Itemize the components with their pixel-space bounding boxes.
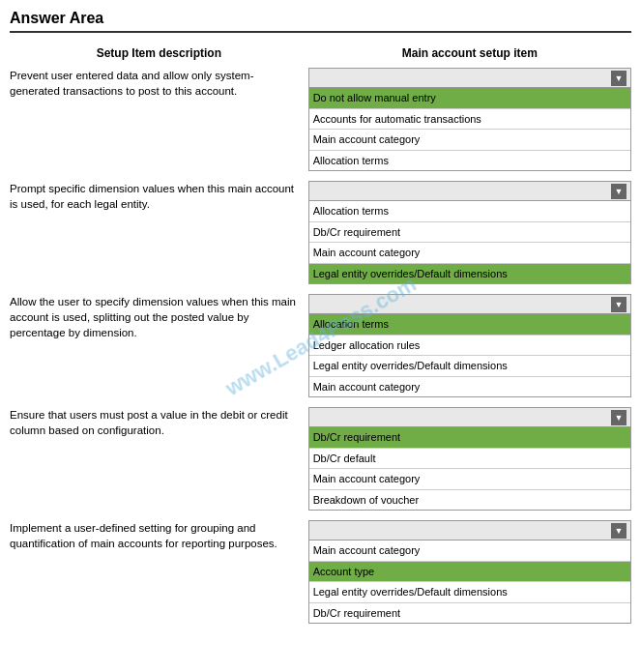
dropdown-arrow-3[interactable]: ▼ [611,297,626,312]
answer-area: Setup Item description Main account setu… [10,46,631,624]
dropdown-2[interactable]: ▼Allocation termsDb/Cr requirementMain a… [308,181,631,284]
question-4: Ensure that users must post a value in t… [10,407,308,438]
option-1-2[interactable]: Accounts for automatic transactions [309,109,630,131]
dropdown-arrow-2[interactable]: ▼ [611,184,626,199]
qa-row-3: Allow the user to specify dimension valu… [10,294,631,397]
dropdown-1[interactable]: ▼Do not allow manual entryAccounts for a… [308,68,631,171]
dropdown-header-2: ▼ [309,182,630,201]
dropdown-arrow-5[interactable]: ▼ [611,523,626,539]
answer-cell-2: ▼Allocation termsDb/Cr requirementMain a… [308,181,631,284]
dropdown-4[interactable]: ▼Db/Cr requirementDb/Cr defaultMain acco… [308,407,631,511]
dropdown-header-1: ▼ [309,69,630,88]
qa-row-2: Prompt specific dimension values when th… [10,181,631,284]
question-1: Prevent user entered data and allow only… [10,68,308,99]
dropdown-arrow-1[interactable]: ▼ [611,71,626,86]
option-2-1[interactable]: Allocation terms [309,201,630,222]
header-row: Setup Item description Main account setu… [10,46,631,60]
page-title: Answer Area [10,10,631,33]
answer-cell-1: ▼Do not allow manual entryAccounts for a… [308,68,631,171]
qa-row-5: Implement a user-defined setting for gro… [10,520,631,624]
question-3: Allow the user to specify dimension valu… [10,294,308,340]
dropdown-header-4: ▼ [309,408,630,427]
option-5-1[interactable]: Main account category [309,541,630,562]
dropdown-header-5: ▼ [309,521,630,541]
header-left: Setup Item description [10,46,308,60]
answer-cell-4: ▼Db/Cr requirementDb/Cr defaultMain acco… [308,407,631,511]
option-1-1[interactable]: Do not allow manual entry [309,88,630,109]
dropdown-3[interactable]: ▼Allocation termsLedger allocation rules… [308,294,631,397]
option-5-3[interactable]: Legal entity overrides/Default dimension… [309,582,630,603]
option-3-1[interactable]: Allocation terms [309,314,630,336]
option-1-3[interactable]: Main account category [309,130,630,151]
option-4-4[interactable]: Breakdown of voucher [309,490,630,511]
question-5: Implement a user-defined setting for gro… [10,520,308,551]
rows-container: Prevent user entered data and allow only… [10,68,631,624]
option-4-3[interactable]: Main account category [309,469,630,490]
answer-cell-3: ▼Allocation termsLedger allocation rules… [308,294,631,397]
option-4-1[interactable]: Db/Cr requirement [309,427,630,449]
question-2: Prompt specific dimension values when th… [10,181,308,212]
dropdown-5[interactable]: ▼Main account categoryAccount typeLegal … [308,520,631,624]
option-3-4[interactable]: Main account category [309,377,630,397]
option-3-2[interactable]: Ledger allocation rules [309,336,630,357]
dropdown-arrow-4[interactable]: ▼ [611,410,626,425]
option-5-4[interactable]: Db/Cr requirement [309,603,630,624]
option-2-4[interactable]: Legal entity overrides/Default dimension… [309,264,630,284]
answer-cell-5: ▼Main account categoryAccount typeLegal … [308,520,631,624]
qa-row-1: Prevent user entered data and allow only… [10,68,631,171]
option-3-3[interactable]: Legal entity overrides/Default dimension… [309,356,630,377]
qa-row-4: Ensure that users must post a value in t… [10,407,631,511]
option-1-4[interactable]: Allocation terms [309,151,630,171]
option-4-2[interactable]: Db/Cr default [309,449,630,470]
option-2-2[interactable]: Db/Cr requirement [309,222,630,244]
header-right: Main account setup item [308,46,631,60]
option-5-2[interactable]: Account type [309,562,630,583]
dropdown-header-3: ▼ [309,295,630,314]
option-2-3[interactable]: Main account category [309,243,630,264]
